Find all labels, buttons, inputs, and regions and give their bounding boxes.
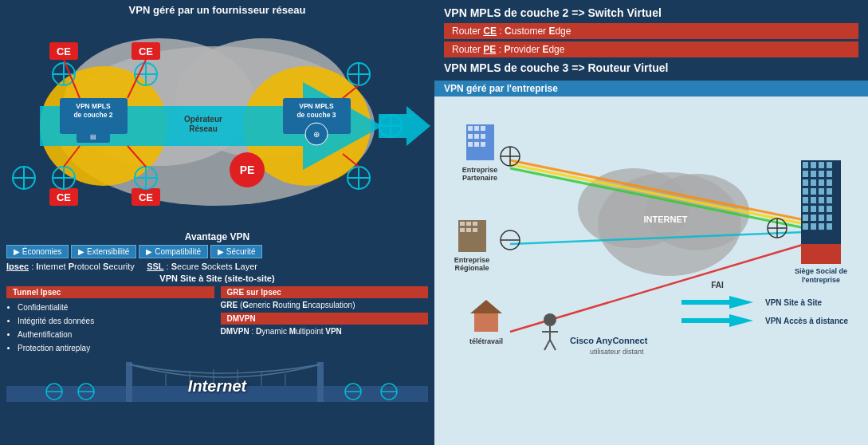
svg-rect-130 xyxy=(811,171,816,177)
dmvpn-text: DMVPN : Dynamic Multipoint VPN xyxy=(221,327,429,336)
svg-rect-147 xyxy=(819,206,824,212)
router-pe-box: Router PE : Provider Edge xyxy=(444,41,858,57)
svg-rect-135 xyxy=(819,179,824,186)
svg-rect-126 xyxy=(811,162,816,168)
svg-rect-103 xyxy=(460,222,465,226)
svg-rect-132 xyxy=(827,171,832,177)
svg-rect-156 xyxy=(827,223,832,230)
svg-rect-149 xyxy=(803,215,808,221)
svg-rect-157 xyxy=(801,244,841,264)
svg-text:Partenaire: Partenaire xyxy=(462,174,497,182)
svg-text:télétravail: télétravail xyxy=(469,337,503,345)
vpn-mpls-title2: VPN MPLS de couche 3 => Routeur Virtuel xyxy=(444,61,858,74)
gre-dmvpn-col: GRE sur Ipsec GRE (Generic Routing Encap… xyxy=(221,286,429,355)
tunnel-item-3: Authentification xyxy=(18,328,214,341)
right-half: VPN MPLS de couche 2 => Switch Virtuel R… xyxy=(434,0,868,445)
avantage-title: Avantage VPN xyxy=(6,231,428,242)
internet-bar: Internet xyxy=(6,358,428,402)
network-svg: Opérateur Réseau VPN MPLS de couche 2 ▤ … xyxy=(0,22,434,226)
svg-rect-89 xyxy=(474,126,479,131)
svg-rect-94 xyxy=(468,142,473,147)
svg-rect-127 xyxy=(819,162,824,168)
svg-rect-91 xyxy=(468,134,473,139)
svg-text:CE: CE xyxy=(57,45,71,57)
svg-rect-93 xyxy=(481,134,485,139)
svg-rect-134 xyxy=(811,179,816,186)
ipsec-ssl-line: Ipsec : Internet Protocol Security SSL :… xyxy=(6,262,428,271)
svg-rect-139 xyxy=(819,188,824,195)
svg-rect-155 xyxy=(819,223,824,230)
vpn-site-title: VPN Site à Site (site-to-site) xyxy=(6,274,428,283)
svg-rect-133 xyxy=(803,179,808,186)
svg-rect-137 xyxy=(803,188,808,195)
svg-rect-136 xyxy=(827,179,832,186)
gre-text: GRE (Generic Routing Encapsulation) xyxy=(221,301,429,309)
svg-rect-61 xyxy=(317,362,324,402)
svg-point-79 xyxy=(646,174,749,250)
svg-rect-131 xyxy=(819,171,824,177)
tunnel-item-1: Confidentialité xyxy=(18,301,214,314)
svg-rect-143 xyxy=(819,197,824,203)
svg-rect-106 xyxy=(460,228,465,232)
svg-text:Réseau: Réseau xyxy=(189,124,218,133)
svg-rect-90 xyxy=(481,126,485,131)
svg-text:PE: PE xyxy=(240,163,255,176)
dmvpn-bar: DMVPN xyxy=(221,313,429,325)
svg-text:VPN MPLS: VPN MPLS xyxy=(76,102,111,110)
tunnel-ipsec-header: Tunnel Ipsec xyxy=(6,286,214,298)
svg-rect-150 xyxy=(811,215,816,221)
svg-rect-105 xyxy=(473,222,477,226)
left-panel-title: VPN géré par un fournisseur réseau xyxy=(0,0,434,20)
svg-text:▤: ▤ xyxy=(90,133,96,140)
svg-rect-88 xyxy=(468,126,473,131)
enterprise-diagram: INTERNET FAI xyxy=(434,96,868,445)
tunnel-items: Confidentialité Intégrité des données Au… xyxy=(6,301,214,355)
svg-text:VPN Accès à distance: VPN Accès à distance xyxy=(765,317,849,325)
svg-rect-129 xyxy=(803,171,808,177)
svg-rect-151 xyxy=(819,215,824,221)
svg-rect-108 xyxy=(473,228,477,232)
tunnel-item-2: Intégrité des données xyxy=(18,314,214,328)
tag-securite: ▶ Sécurité xyxy=(210,245,262,258)
svg-rect-125 xyxy=(803,162,808,168)
svg-text:VPN MPLS: VPN MPLS xyxy=(299,102,334,110)
tunnels-row: Tunnel Ipsec Confidentialité Intégrité d… xyxy=(6,286,428,355)
vpn-enterprise-bar: VPN géré par l'entreprise xyxy=(434,81,868,96)
gre-header: GRE sur Ipsec xyxy=(221,286,429,298)
svg-text:CE: CE xyxy=(139,191,153,203)
svg-text:FAI: FAI xyxy=(711,281,724,289)
svg-text:Cisco AnyConnect: Cisco AnyConnect xyxy=(570,336,648,345)
network-diagram-container: VPN géré par un fournisseur réseau Opéra… xyxy=(0,0,434,227)
tag-economies: ▶ Économies xyxy=(6,245,69,258)
svg-rect-146 xyxy=(811,206,816,212)
vpn-mpls-title1: VPN MPLS de couche 2 => Switch Virtuel xyxy=(444,6,858,19)
tunnel-ipsec-col: Tunnel Ipsec Confidentialité Intégrité d… xyxy=(6,286,214,355)
svg-rect-145 xyxy=(803,206,808,212)
svg-text:VPN Site à Site: VPN Site à Site xyxy=(765,298,823,307)
svg-rect-152 xyxy=(827,215,832,221)
bottom-info-section: Avantage VPN ▶ Économies ▶ Extensibilité… xyxy=(0,227,434,445)
svg-rect-144 xyxy=(827,197,832,203)
tag-extensibilite: ▶ Extensibilité xyxy=(71,245,136,258)
svg-text:Régionale: Régionale xyxy=(454,264,489,272)
svg-text:de couche 2: de couche 2 xyxy=(73,111,112,119)
svg-text:⊕: ⊕ xyxy=(313,130,320,139)
enterprise-svg: INTERNET FAI xyxy=(434,96,868,368)
tag-compatibilite: ▶ Compatibilité xyxy=(139,245,208,258)
vpn-titles-section: VPN MPLS de couche 2 => Switch Virtuel R… xyxy=(434,0,868,81)
svg-rect-141 xyxy=(803,197,808,203)
svg-text:Entreprise: Entreprise xyxy=(454,256,490,264)
svg-marker-58 xyxy=(379,106,430,146)
svg-rect-92 xyxy=(474,134,479,139)
svg-rect-96 xyxy=(481,142,485,147)
svg-text:CE: CE xyxy=(57,191,71,203)
svg-text:utilisateur distant: utilisateur distant xyxy=(590,348,644,356)
svg-rect-154 xyxy=(811,223,816,230)
avantage-tags: ▶ Économies ▶ Extensibilité ▶ Compatibil… xyxy=(6,245,428,258)
svg-rect-114 xyxy=(474,312,498,332)
main-layout: VPN géré par un fournisseur réseau Opéra… xyxy=(0,0,868,445)
svg-rect-153 xyxy=(803,223,808,230)
svg-rect-142 xyxy=(811,197,816,203)
svg-text:de couche 3: de couche 3 xyxy=(297,111,336,119)
svg-rect-95 xyxy=(474,142,479,147)
